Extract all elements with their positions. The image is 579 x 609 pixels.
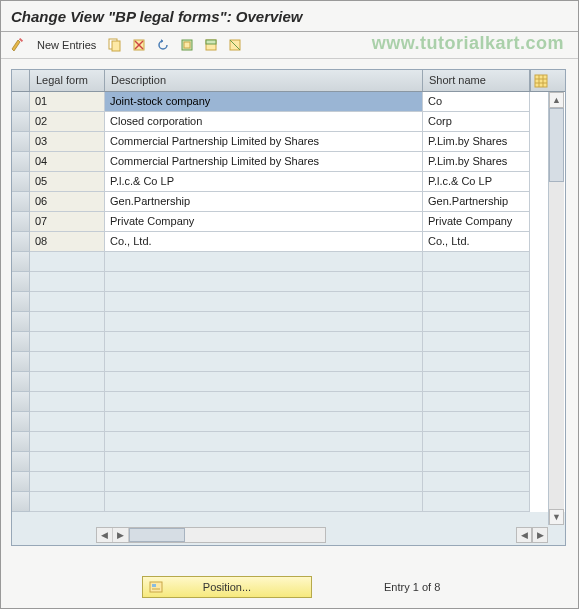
cell-legal-form[interactable]: [30, 292, 105, 312]
cell-description[interactable]: [105, 312, 423, 332]
toggle-display-icon[interactable]: [9, 36, 27, 54]
cell-legal-form[interactable]: [30, 472, 105, 492]
column-header-description[interactable]: Description: [105, 70, 423, 91]
row-selector[interactable]: [12, 472, 30, 492]
table-row-empty[interactable]: [12, 452, 565, 472]
cell-legal-form[interactable]: 06: [30, 192, 105, 212]
position-button[interactable]: Position...: [142, 576, 312, 598]
cell-description[interactable]: [105, 472, 423, 492]
new-entries-button[interactable]: New Entries: [33, 39, 100, 51]
cell-short-name[interactable]: [423, 432, 530, 452]
row-selector[interactable]: [12, 492, 30, 512]
row-selector[interactable]: [12, 412, 30, 432]
cell-description[interactable]: Joint-stock company: [105, 92, 423, 112]
row-selector[interactable]: [12, 232, 30, 252]
cell-short-name[interactable]: [423, 252, 530, 272]
table-settings-icon[interactable]: [530, 70, 550, 91]
column-header-legal-form[interactable]: Legal form: [30, 70, 105, 91]
row-selector[interactable]: [12, 132, 30, 152]
cell-short-name[interactable]: Corp: [423, 112, 530, 132]
table-row-empty[interactable]: [12, 492, 565, 512]
cell-description[interactable]: [105, 492, 423, 512]
cell-legal-form[interactable]: [30, 452, 105, 472]
hscroll-track[interactable]: [129, 528, 325, 542]
hscroll-left-icon[interactable]: ◀: [97, 528, 113, 542]
table-row-empty[interactable]: [12, 472, 565, 492]
table-row-empty[interactable]: [12, 252, 565, 272]
cell-short-name[interactable]: [423, 292, 530, 312]
table-row[interactable]: 02Closed corporationCorp: [12, 112, 565, 132]
cell-legal-form[interactable]: [30, 352, 105, 372]
cell-legal-form[interactable]: 05: [30, 172, 105, 192]
cell-description[interactable]: [105, 372, 423, 392]
cell-short-name[interactable]: Co., Ltd.: [423, 232, 530, 252]
table-row[interactable]: 08Co., Ltd.Co., Ltd.: [12, 232, 565, 252]
cell-legal-form[interactable]: 04: [30, 152, 105, 172]
row-selector[interactable]: [12, 392, 30, 412]
column-header-short-name[interactable]: Short name: [423, 70, 530, 91]
cell-description[interactable]: [105, 452, 423, 472]
cell-short-name[interactable]: [423, 372, 530, 392]
cell-legal-form[interactable]: 03: [30, 132, 105, 152]
table-row[interactable]: 04Commercial Partnership Limited by Shar…: [12, 152, 565, 172]
cell-short-name[interactable]: [423, 492, 530, 512]
cell-description[interactable]: [105, 392, 423, 412]
table-row[interactable]: 06Gen.PartnershipGen.Partnership: [12, 192, 565, 212]
cell-legal-form[interactable]: 02: [30, 112, 105, 132]
table-row-empty[interactable]: [12, 312, 565, 332]
scroll-thumb[interactable]: [549, 108, 564, 182]
table-row[interactable]: 03Commercial Partnership Limited by Shar…: [12, 132, 565, 152]
cell-short-name[interactable]: P.Lim.by Shares: [423, 132, 530, 152]
row-selector[interactable]: [12, 372, 30, 392]
row-selector[interactable]: [12, 312, 30, 332]
cell-legal-form[interactable]: [30, 432, 105, 452]
cell-short-name[interactable]: Co: [423, 92, 530, 112]
cell-short-name[interactable]: [423, 272, 530, 292]
cell-legal-form[interactable]: [30, 492, 105, 512]
cell-short-name[interactable]: Gen.Partnership: [423, 192, 530, 212]
cell-legal-form[interactable]: [30, 412, 105, 432]
table-row-empty[interactable]: [12, 352, 565, 372]
table-row-empty[interactable]: [12, 272, 565, 292]
cell-legal-form[interactable]: [30, 252, 105, 272]
scroll-up-icon[interactable]: ▲: [549, 92, 564, 108]
row-selector[interactable]: [12, 452, 30, 472]
row-selector[interactable]: [12, 192, 30, 212]
cell-short-name[interactable]: P.Lim.by Shares: [423, 152, 530, 172]
cell-short-name[interactable]: [423, 312, 530, 332]
row-selector[interactable]: [12, 252, 30, 272]
cell-short-name[interactable]: [423, 332, 530, 352]
cell-legal-form[interactable]: [30, 272, 105, 292]
cell-description[interactable]: [105, 332, 423, 352]
cell-description[interactable]: [105, 432, 423, 452]
cell-description[interactable]: [105, 412, 423, 432]
row-selector[interactable]: [12, 212, 30, 232]
table-row[interactable]: 01Joint-stock companyCo: [12, 92, 565, 112]
cell-legal-form[interactable]: [30, 332, 105, 352]
cell-description[interactable]: [105, 252, 423, 272]
table-row-empty[interactable]: [12, 372, 565, 392]
cell-description[interactable]: Commercial Partnership Limited by Shares: [105, 152, 423, 172]
table-row-empty[interactable]: [12, 412, 565, 432]
row-selector[interactable]: [12, 172, 30, 192]
vertical-scrollbar[interactable]: ▲ ▼: [548, 92, 564, 525]
select-all-icon[interactable]: [178, 36, 196, 54]
cell-description[interactable]: Closed corporation: [105, 112, 423, 132]
scroll-down-icon[interactable]: ▼: [549, 509, 564, 525]
row-selector[interactable]: [12, 332, 30, 352]
cell-short-name[interactable]: [423, 452, 530, 472]
table-row-empty[interactable]: [12, 392, 565, 412]
cell-short-name[interactable]: P.l.c.& Co LP: [423, 172, 530, 192]
deselect-all-icon[interactable]: [226, 36, 244, 54]
page-left-icon[interactable]: ◀: [516, 527, 532, 543]
row-selector[interactable]: [12, 152, 30, 172]
page-right-icon[interactable]: ▶: [532, 527, 548, 543]
cell-short-name[interactable]: [423, 412, 530, 432]
table-row-empty[interactable]: [12, 292, 565, 312]
table-row[interactable]: 07Private CompanyPrivate Company: [12, 212, 565, 232]
cell-short-name[interactable]: Private Company: [423, 212, 530, 232]
cell-description[interactable]: Gen.Partnership: [105, 192, 423, 212]
row-selector[interactable]: [12, 352, 30, 372]
table-row-empty[interactable]: [12, 332, 565, 352]
cell-description[interactable]: [105, 292, 423, 312]
